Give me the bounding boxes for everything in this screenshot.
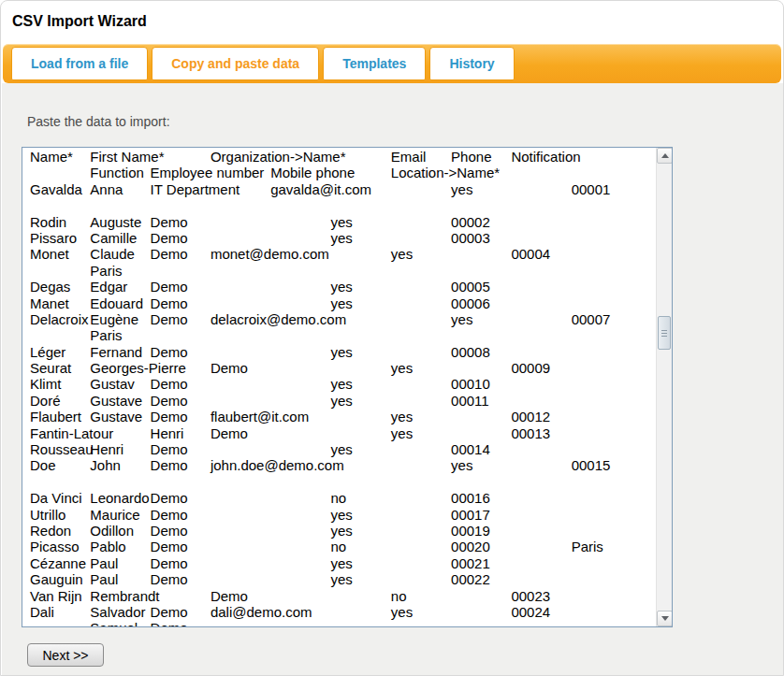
csv-row: UtrilloMauriceDemoyes00017	[30, 507, 656, 523]
csv-cell: 00008	[451, 344, 490, 360]
csv-cell: Name*	[30, 149, 73, 165]
csv-cell: Demo	[151, 295, 188, 311]
csv-cell: 00021	[451, 555, 490, 571]
csv-cell: 00019	[451, 523, 490, 539]
csv-row: DelacroixEugèneDemodelacroix@demo.comyes…	[30, 311, 656, 327]
csv-cell: Email	[391, 149, 427, 165]
arrow-up-icon	[661, 153, 669, 158]
csv-cell: 00023	[511, 588, 550, 604]
vertical-scrollbar[interactable]	[656, 148, 672, 626]
csv-cell: 00017	[451, 507, 490, 523]
csv-cell: Gustave	[90, 409, 142, 424]
csv-cell: Demo	[151, 246, 188, 262]
csv-row: Van RijnRembrandtDemono00023	[30, 588, 656, 604]
csv-cell: Employee number	[151, 165, 265, 180]
csv-cell: Degas	[30, 279, 70, 295]
csv-cell: gavalda@it.com	[270, 181, 371, 197]
csv-cell: Phone	[451, 149, 491, 165]
csv-cell: Léger	[30, 344, 65, 360]
csv-cell: Demo	[151, 376, 188, 392]
csv-cell: Notification	[511, 149, 580, 165]
csv-row: DoeJohnDemojohn.doe@demo.comyes00015	[30, 457, 656, 473]
csv-row: RodinAugusteDemoyes00002	[30, 214, 656, 230]
csv-cell: Location->Name*	[391, 165, 500, 180]
page-title: CSV Import Wizard	[12, 13, 147, 30]
tab-load-from-a-file[interactable]: Load from a file	[11, 47, 148, 80]
scroll-down-button[interactable]	[657, 611, 673, 626]
csv-cell: Henri	[90, 441, 123, 457]
next-button[interactable]: Next >>	[27, 643, 104, 667]
scrollbar-grip-icon	[661, 330, 667, 331]
csv-cell: no	[331, 490, 347, 506]
csv-cell: Demo	[151, 604, 188, 620]
csv-cell: Camille	[90, 230, 137, 246]
csv-row: PicassoPabloDemono00020Paris	[30, 539, 656, 554]
csv-cell: Demo	[151, 507, 188, 523]
csv-cell: 00013	[511, 425, 550, 441]
csv-cell: Rembrandt	[90, 588, 159, 604]
csv-cell: no	[391, 588, 407, 604]
scroll-up-button[interactable]	[657, 148, 673, 164]
csv-row: Paris	[30, 327, 656, 343]
csv-cell: 00012	[511, 409, 550, 424]
csv-row: DegasEdgarDemoyes00005	[30, 279, 656, 295]
csv-cell: Utrillo	[30, 507, 65, 523]
csv-cell: yes	[331, 344, 353, 360]
csv-row: Fantin-LatourHenriDemoyes00013	[30, 425, 656, 441]
csv-cell: Monet	[30, 246, 69, 262]
csv-cell: Rodin	[30, 214, 66, 230]
csv-cell: 00011	[451, 393, 489, 409]
csv-text[interactable]: Name*First Name*Organization->Name*Email…	[22, 148, 656, 626]
csv-row: ManetEdouardDemoyes00006	[30, 295, 656, 311]
csv-cell: 00001	[572, 181, 611, 197]
csv-cell: Flaubert	[30, 409, 81, 424]
csv-cell: yes	[391, 425, 413, 441]
csv-cell: Delacroix	[30, 311, 89, 327]
csv-cell: yes	[331, 507, 353, 523]
csv-cell: Doré	[30, 393, 61, 409]
csv-row: MonetClaudeDemomonet@demo.comyes00004	[30, 246, 656, 262]
csv-cell: Demo	[151, 620, 188, 626]
csv-cell: monet@demo.com	[211, 246, 329, 262]
csv-cell: Pablo	[90, 539, 125, 554]
csv-cell: Demo	[151, 457, 188, 473]
csv-cell: Maurice	[90, 507, 139, 523]
csv-cell: 00016	[451, 490, 490, 506]
csv-row: GauguinPaulDemoyes00022	[30, 571, 656, 587]
csv-cell: yes	[331, 523, 353, 539]
csv-cell: Picasso	[30, 539, 80, 554]
csv-cell: Gauguin	[30, 571, 83, 587]
csv-row: LégerFernandDemoyes00008	[30, 344, 656, 360]
csv-cell: First Name*	[90, 149, 164, 165]
csv-row: CézannePaulDemoyes00021	[30, 555, 656, 571]
csv-row: GavaldaAnnaIT Departmentgavalda@it.comye…	[30, 181, 656, 197]
csv-cell: Demo	[211, 360, 248, 376]
csv-cell: Manet	[30, 295, 69, 311]
csv-cell: 00009	[511, 360, 550, 376]
csv-cell: Pissaro	[30, 230, 77, 246]
csv-cell: 00005	[451, 279, 490, 295]
csv-row: PissaroCamilleDemoyes00003	[30, 230, 656, 246]
csv-cell: Henri	[151, 425, 184, 441]
csv-cell: 00010	[451, 376, 490, 392]
tab-templates[interactable]: Templates	[323, 47, 426, 80]
csv-cell: Demo	[151, 523, 188, 539]
csv-row: Name*First Name*Organization->Name*Email…	[30, 149, 656, 165]
csv-cell: Van Rijn	[30, 588, 82, 604]
csv-cell: Organization->Name*	[211, 149, 346, 165]
csv-import-wizard-window: CSV Import Wizard Load from a fileCopy a…	[0, 0, 784, 676]
csv-cell: Demo	[151, 555, 188, 571]
csv-cell: Gavalda	[30, 181, 82, 197]
scrollbar-thumb[interactable]	[658, 316, 671, 350]
csv-cell: 00004	[511, 246, 550, 262]
tab-copy-and-paste-data[interactable]: Copy and paste data	[152, 47, 319, 80]
tab-history[interactable]: History	[429, 47, 514, 80]
csv-cell: Demo	[151, 571, 188, 587]
csv-paste-area[interactable]: Name*First Name*Organization->Name*Email…	[22, 147, 673, 627]
csv-cell: Odillon	[90, 523, 134, 539]
csv-cell: Doe	[30, 457, 56, 473]
csv-cell: no	[331, 539, 347, 554]
csv-cell: Demo	[151, 344, 188, 360]
csv-cell: Georges-Pierre	[90, 360, 186, 376]
csv-row: RedonOdillonDemoyes00019	[30, 523, 656, 539]
